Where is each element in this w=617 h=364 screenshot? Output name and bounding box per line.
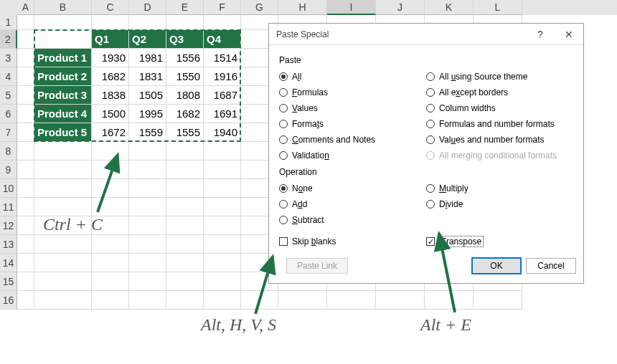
table-data-cell[interactable]: 1838 [92, 86, 129, 105]
row-header-13[interactable]: 13 [0, 235, 17, 254]
cell[interactable] [17, 198, 34, 216]
radio-paste-formnum[interactable]: Formulas and number formats [426, 117, 573, 131]
cell[interactable] [166, 179, 204, 198]
cell[interactable] [204, 198, 241, 216]
table-data-cell[interactable]: 1995 [129, 105, 166, 123]
table-row-header[interactable]: Product 4 [34, 105, 92, 123]
cell[interactable] [92, 291, 129, 310]
cell[interactable] [17, 86, 34, 105]
table-col-header[interactable]: Q2 [129, 30, 166, 49]
cell[interactable] [166, 272, 204, 291]
cell[interactable] [92, 198, 129, 216]
table-data-cell[interactable]: 1514 [204, 49, 241, 67]
col-header-J[interactable]: J [376, 0, 425, 15]
radio-paste-formulas[interactable]: Formulas [279, 85, 426, 100]
cell[interactable] [278, 291, 327, 310]
cell[interactable] [17, 179, 34, 198]
skip-blanks-checkbox[interactable] [279, 237, 288, 246]
col-header-D[interactable]: D [129, 0, 166, 15]
radio-paste-all[interactable]: All [279, 70, 426, 84]
cell[interactable] [17, 161, 34, 179]
cell[interactable] [17, 49, 34, 67]
cell[interactable] [129, 198, 166, 216]
cell[interactable] [129, 254, 166, 272]
col-header-K[interactable]: K [425, 0, 474, 15]
close-button[interactable]: ✕ [555, 24, 583, 45]
transpose-label[interactable]: Transpose [439, 236, 484, 247]
table-row-header[interactable]: Product 1 [34, 49, 92, 67]
cell[interactable] [166, 235, 204, 254]
cell[interactable] [17, 272, 34, 291]
table-data-cell[interactable]: 1940 [204, 123, 241, 142]
cell[interactable] [34, 15, 92, 30]
col-header-A[interactable]: A [17, 0, 34, 15]
radio-paste-comments[interactable]: Comments and Notes [279, 133, 426, 147]
radio-paste-valnum[interactable]: Values and number formats [426, 133, 573, 147]
cell[interactable] [204, 161, 241, 179]
row-header-12[interactable]: 12 [0, 216, 17, 235]
cell[interactable] [204, 179, 241, 198]
table-data-cell[interactable]: 1808 [166, 86, 204, 105]
cell[interactable] [166, 254, 204, 272]
row-header-7[interactable]: 7 [0, 123, 17, 142]
col-header-F[interactable]: F [204, 0, 241, 15]
row-header-6[interactable]: 6 [0, 105, 17, 123]
cell[interactable] [92, 235, 129, 254]
table-row-header[interactable]: Product 5 [34, 123, 92, 142]
cell[interactable] [376, 291, 425, 310]
cell[interactable] [204, 142, 241, 161]
cell[interactable] [204, 235, 241, 254]
cell[interactable] [17, 291, 34, 310]
cell[interactable] [166, 15, 204, 30]
cell[interactable] [17, 105, 34, 123]
radio-paste-values[interactable]: Values [279, 101, 426, 115]
radio-paste-validation[interactable]: Validation [279, 148, 426, 163]
row-header-5[interactable]: 5 [0, 86, 17, 105]
col-header-H[interactable]: H [278, 0, 327, 15]
cell[interactable] [17, 123, 34, 142]
cell[interactable] [166, 291, 204, 310]
row-header-8[interactable]: 8 [0, 142, 17, 161]
cell[interactable] [166, 142, 204, 161]
cell[interactable] [34, 142, 92, 161]
cell[interactable] [17, 254, 34, 272]
cell[interactable] [34, 291, 92, 310]
cell[interactable] [34, 254, 92, 272]
radio-op-subtract[interactable]: Subtract [279, 213, 426, 227]
row-header-14[interactable]: 14 [0, 254, 17, 272]
cell[interactable] [129, 179, 166, 198]
cell[interactable] [241, 291, 278, 310]
table-col-header[interactable]: Q1 [92, 30, 129, 49]
row-header-2[interactable]: 2 [0, 30, 17, 49]
radio-paste-noborders[interactable]: All except borders [426, 85, 573, 100]
col-header-L[interactable]: L [474, 0, 522, 15]
table-data-cell[interactable]: 1556 [166, 49, 204, 67]
table-data-cell[interactable]: 1500 [92, 105, 129, 123]
row-header-10[interactable]: 10 [0, 179, 17, 198]
cell[interactable] [129, 15, 166, 30]
cell[interactable] [204, 254, 241, 272]
cell[interactable] [92, 142, 129, 161]
row-header-9[interactable]: 9 [0, 161, 17, 179]
cell[interactable] [34, 235, 92, 254]
ok-button[interactable]: OK [471, 257, 522, 274]
cell[interactable] [17, 216, 34, 235]
cell[interactable] [129, 272, 166, 291]
table-data-cell[interactable]: 1559 [129, 123, 166, 142]
skip-blanks-label[interactable]: Skip blanks [292, 236, 336, 246]
col-header-E[interactable]: E [166, 0, 204, 15]
row-header-3[interactable]: 3 [0, 49, 17, 67]
table-data-cell[interactable]: 1981 [129, 49, 166, 67]
cell[interactable] [129, 216, 166, 235]
col-header-B[interactable]: B [34, 0, 92, 15]
cell[interactable] [17, 67, 34, 86]
col-header-C[interactable]: C [92, 0, 129, 15]
col-header-I[interactable]: I [327, 0, 376, 15]
cell[interactable] [17, 235, 34, 254]
table-row-header[interactable]: Product 3 [34, 86, 92, 105]
radio-op-multiply[interactable]: Multiply [426, 181, 573, 196]
cell[interactable] [204, 291, 241, 310]
radio-op-divide[interactable]: Divide [426, 197, 573, 211]
radio-op-none[interactable]: None [279, 181, 426, 196]
row-header-16[interactable]: 16 [0, 291, 17, 310]
